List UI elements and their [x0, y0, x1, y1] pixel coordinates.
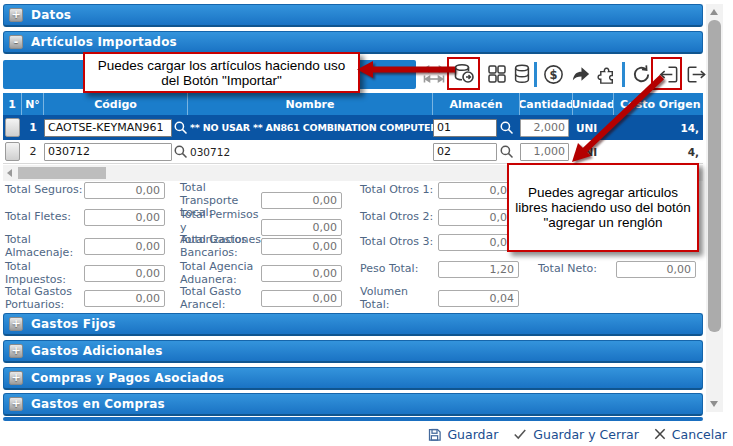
expand-icon[interactable]: +: [9, 344, 23, 358]
row-number: 2: [22, 140, 44, 163]
callout-text: Puedes cargar los artículos haciendo uso…: [89, 58, 354, 88]
almacen-input[interactable]: [433, 119, 497, 137]
packages-icon[interactable]: [484, 60, 510, 88]
field-label: Total Gastos Bancarios:: [180, 234, 261, 259]
save-icon: [427, 427, 442, 442]
panel-bottom-edge: [3, 417, 703, 421]
field-label: Total Gasto Arancel:: [180, 286, 261, 311]
field-label: Volumen Total:: [360, 286, 438, 311]
add-row-callout-arrow-icon: [558, 73, 673, 168]
button-label: Cancelar: [672, 427, 727, 442]
database-icon[interactable]: [509, 60, 535, 88]
button-label: Guardar: [447, 427, 498, 442]
total-gastos-portuarios-input[interactable]: [84, 290, 165, 307]
expand-icon[interactable]: +: [9, 397, 23, 411]
field-label: Total Gastos Portuarios:: [5, 286, 84, 311]
codigo-input[interactable]: [44, 143, 172, 161]
total-gastos-bancarios-field: Total Gastos Bancarios:: [180, 234, 343, 259]
total-impuestos-field: Total Impuestos:: [5, 261, 166, 286]
total-neto-input[interactable]: [616, 261, 696, 278]
total-gastos-portuarios-field: Total Gastos Portuarios:: [5, 286, 166, 311]
nombre-cell: 030712: [188, 140, 433, 163]
total-almacenaje-field: Total Almacenaje:: [5, 234, 166, 259]
column-header-num[interactable]: N°: [22, 93, 44, 115]
callout-text: Puedes agregar articulos libres haciendo…: [513, 185, 693, 230]
field-label: Total Impuestos:: [5, 261, 84, 286]
total-fletes-input[interactable]: [84, 209, 165, 226]
expand-icon[interactable]: +: [9, 371, 23, 385]
total-agencia-aduanera-input[interactable]: [261, 265, 342, 282]
button-label: Guardar y Cerrar: [533, 427, 639, 442]
total-neto-field: Total Neto:: [538, 261, 699, 278]
total-otros-3-field: Total Otros 3:: [360, 234, 521, 251]
field-label: Total Agencia Aduanera:: [180, 261, 261, 286]
expand-icon[interactable]: +: [9, 317, 23, 331]
row-selector-button[interactable]: [5, 118, 20, 137]
cancelar-button[interactable]: Cancelar: [653, 427, 727, 442]
check-icon: [512, 427, 528, 441]
section-title: Gastos Adicionales: [31, 344, 163, 358]
section-title: Gastos en Compras: [31, 397, 165, 411]
total-gastos-bancarios-input[interactable]: [261, 238, 342, 255]
total-seguros-input[interactable]: [84, 182, 165, 199]
field-label: Total Fletes:: [5, 211, 84, 224]
section-title: Gastos Fijos: [31, 317, 116, 331]
section-header-articulos-importados[interactable]: - Artículos Importados: [3, 31, 703, 54]
total-transporte-local-input[interactable]: [261, 192, 342, 209]
search-icon[interactable]: [499, 120, 514, 135]
peso-total-field: Peso Total:: [360, 261, 521, 278]
field-label: Peso Total:: [360, 263, 438, 276]
total-gasto-arancel-field: Total Gasto Arancel:: [180, 286, 343, 311]
almacen-input[interactable]: [433, 143, 497, 161]
search-icon[interactable]: [499, 144, 514, 159]
add-row-callout: Puedes agregar articulos libres haciendo…: [507, 163, 699, 252]
expand-icon[interactable]: +: [9, 8, 23, 22]
codigo-input[interactable]: [44, 119, 172, 137]
total-agencia-aduanera-field: Total Agencia Aduanera:: [180, 261, 343, 286]
close-icon: [653, 427, 667, 441]
import-callout-arrow-icon: [355, 58, 457, 82]
section-header-gastos-adicionales[interactable]: + Gastos Adicionales: [3, 340, 703, 363]
nombre-cell: ** NO USAR ** AN861 COMBINATION COMPUTER…: [188, 115, 433, 140]
column-header-select[interactable]: 1: [3, 93, 22, 115]
footer-actions: Guardar Guardar y Cerrar Cancelar: [0, 424, 727, 444]
total-seguros-field: Total Seguros:: [5, 182, 166, 199]
total-otros-2-field: Total Otros 2:: [360, 209, 521, 226]
scroll-up-icon[interactable]: [710, 9, 718, 15]
collapse-icon[interactable]: -: [9, 35, 23, 49]
section-header-gastos-en-compras[interactable]: + Gastos en Compras: [3, 393, 703, 416]
row-number: 1: [22, 115, 44, 140]
column-header-codigo[interactable]: Código: [44, 93, 188, 115]
field-label: Total Otros 3:: [360, 236, 438, 249]
field-label: Total Otros 1:: [360, 184, 438, 197]
column-header-nombre[interactable]: Nombre: [188, 93, 433, 115]
total-fletes-field: Total Fletes:: [5, 209, 166, 226]
section-header-gastos-fijos[interactable]: + Gastos Fijos: [3, 313, 703, 336]
column-header-almacen[interactable]: Almacén: [433, 93, 520, 115]
total-otros-1-field: Total Otros 1:: [360, 182, 521, 199]
peso-total-input[interactable]: [438, 261, 519, 278]
field-label: Total Otros 2:: [360, 211, 438, 224]
field-label: Total Seguros:: [5, 184, 84, 197]
section-title: Artículos Importados: [31, 35, 177, 49]
scroll-left-icon[interactable]: [7, 169, 12, 177]
scroll-down-icon[interactable]: [710, 401, 718, 407]
import-dialog: + Datos - Artículos Importados: [0, 0, 733, 446]
total-almacenaje-input[interactable]: [84, 238, 165, 255]
import-callout: Puedes cargar los artículos haciendo uso…: [83, 52, 360, 93]
field-label: Total Almacenaje:: [5, 234, 84, 259]
total-impuestos-input[interactable]: [84, 265, 165, 282]
total-gasto-arancel-input[interactable]: [261, 290, 342, 307]
guardar-y-cerrar-button[interactable]: Guardar y Cerrar: [512, 427, 639, 442]
section-header-compras-pagos[interactable]: + Compras y Pagos Asociados: [3, 367, 703, 390]
vertical-scrollbar[interactable]: [706, 4, 723, 412]
search-icon[interactable]: [173, 144, 188, 159]
section-header-datos[interactable]: + Datos: [3, 4, 703, 27]
row-selector-button[interactable]: [5, 142, 20, 161]
volumen-total-input[interactable]: [438, 290, 519, 307]
vertical-scrollbar-thumb[interactable]: [708, 20, 721, 332]
section-title: Datos: [31, 8, 71, 22]
guardar-button[interactable]: Guardar: [427, 427, 498, 442]
search-icon[interactable]: [173, 120, 188, 135]
horizontal-scrollbar-thumb[interactable]: [18, 167, 106, 179]
